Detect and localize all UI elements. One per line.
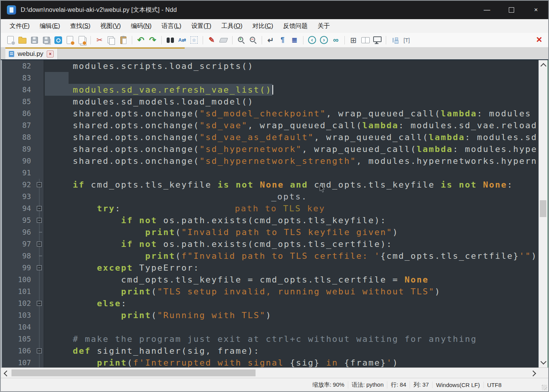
- highlight-pen-icon[interactable]: ✎: [206, 35, 218, 46]
- code-text[interactable]: shared.opts.onchange("sd_hypernetwork", …: [44, 143, 538, 155]
- code-token: , wrap_queued_call(: [302, 144, 416, 154]
- scroll-left-icon[interactable]: [4, 371, 10, 377]
- resize-grip[interactable]: [542, 385, 547, 390]
- indent-guide-icon[interactable]: ≣: [288, 35, 300, 46]
- split-window-icon[interactable]: ⊞: [347, 35, 359, 46]
- code-text[interactable]: except TypeError:: [44, 262, 538, 274]
- capture-icon[interactable]: [52, 35, 64, 46]
- zoom-out-icon[interactable]: −: [247, 35, 259, 46]
- code-text[interactable]: shared.opts.onchange("sd_model_checkpoin…: [44, 108, 538, 119]
- save-all-icon[interactable]: [40, 35, 52, 46]
- code-token: (: [175, 227, 182, 237]
- show-symbol-icon[interactable]: ¶: [277, 35, 288, 46]
- code-text[interactable]: print("TLS setup invalid, running webui …: [44, 286, 538, 297]
- document-map-icon[interactable]: [359, 35, 371, 46]
- code-text[interactable]: if cmd_opts.tls_keyfile is not None and …: [44, 179, 538, 191]
- fold-toggle-icon[interactable]: −: [37, 265, 42, 270]
- vertical-scroll-thumb[interactable]: [540, 200, 546, 217]
- undo-icon[interactable]: ↶: [135, 35, 147, 46]
- eraser-icon[interactable]: [218, 35, 229, 46]
- scroll-up-icon[interactable]: [541, 63, 547, 69]
- code-text[interactable]: print("Invalid path to TLS keyfile given…: [44, 226, 538, 238]
- code-text[interactable]: modules.sd_models.load_model(): [44, 96, 538, 108]
- scroll-down-icon[interactable]: [541, 359, 547, 365]
- code-text[interactable]: shared.opts.onchange("sd_vae", wrap_queu…: [44, 119, 538, 131]
- fold-toggle-icon[interactable]: −: [37, 206, 42, 211]
- code-text[interactable]: print(f'Interrupted with signal {sig} in…: [44, 357, 538, 368]
- line-number: 96: [2, 226, 35, 238]
- menu-item-tools[interactable]: 工具(O): [216, 20, 247, 32]
- function-list-icon[interactable]: [389, 35, 401, 46]
- copy-icon[interactable]: [105, 35, 117, 46]
- code-text[interactable]: shared.opts.onchange("sd_hypernetwork_st…: [44, 155, 538, 167]
- nav-forward-icon[interactable]: ›: [318, 35, 330, 46]
- menu-item-about[interactable]: 关于: [313, 20, 335, 32]
- nav-back-icon[interactable]: ‹: [306, 35, 318, 46]
- open-folder-icon[interactable]: [16, 35, 28, 46]
- new-file-icon[interactable]: [5, 35, 16, 46]
- code-token: is: [441, 180, 453, 189]
- redo-icon[interactable]: ↷: [147, 35, 159, 46]
- code-text[interactable]: # make the program just exit at ctrl+c w…: [44, 333, 538, 345]
- vertical-scrollbar[interactable]: [538, 60, 548, 368]
- code-text[interactable]: def sigint_handler(sig, frame):: [44, 345, 538, 357]
- tab-webui-py[interactable]: webui.py ×: [5, 49, 58, 59]
- fold-column: [35, 357, 44, 368]
- code-text[interactable]: cmd_opts.tls_keyfile = cmd_opts.tls_cert…: [44, 274, 538, 286]
- menu-item-search[interactable]: 查找(S): [65, 20, 95, 32]
- close-button[interactable]: ×: [524, 1, 548, 19]
- tab-close-icon[interactable]: ×: [47, 51, 54, 57]
- find-in-files-icon[interactable]: ☆: [188, 35, 200, 46]
- toolbar: ✂↶↷A⇄☆✎+−↵¶≣‹›∞⊞[T]×: [1, 33, 548, 47]
- fold-column: [35, 131, 44, 143]
- minimize-button[interactable]: —: [475, 1, 499, 19]
- code-text[interactable]: modules.sd_vae.refresh_vae_list(): [44, 84, 538, 96]
- code-text[interactable]: if not os.path.exists(cmd_opts.tls_keyfi…: [44, 214, 538, 226]
- horizontal-scrollbar[interactable]: [1, 368, 548, 378]
- replace-icon[interactable]: A⇄: [176, 35, 188, 46]
- code-text[interactable]: if not os.path.exists(cmd_opts.tls_certf…: [44, 238, 538, 250]
- code-text[interactable]: [44, 72, 538, 84]
- fold-toggle-icon[interactable]: −: [37, 218, 42, 223]
- menu-item-compare[interactable]: 对比(C): [247, 20, 278, 32]
- menu-item-edit[interactable]: 编辑(E): [34, 20, 65, 32]
- code-text[interactable]: else:: [44, 297, 538, 309]
- cut-icon[interactable]: ✂: [93, 35, 105, 46]
- menu-item-language[interactable]: 语言(L): [157, 20, 187, 32]
- code-text[interactable]: _opts.: [44, 191, 538, 203]
- display-monitor-icon[interactable]: [371, 35, 383, 46]
- close-document-icon[interactable]: ×: [536, 34, 542, 45]
- menu-item-encoding[interactable]: 编码(N): [126, 20, 156, 32]
- code-text[interactable]: modules.scripts.load_scripts(): [44, 60, 538, 72]
- word-wrap-icon[interactable]: ↵: [265, 35, 277, 46]
- close-file-icon[interactable]: [76, 35, 88, 46]
- reload-file-icon[interactable]: [64, 35, 76, 46]
- text-mode-icon[interactable]: [T]: [401, 35, 413, 46]
- menu-item-settings[interactable]: 设置(T): [186, 20, 216, 32]
- fold-toggle-icon[interactable]: −: [37, 301, 42, 306]
- menu-item-file[interactable]: 文件(F): [5, 20, 34, 32]
- line-number: 97: [2, 238, 35, 250]
- fold-toggle-icon[interactable]: −: [37, 242, 42, 247]
- code-text[interactable]: print("Running with TLS"): [44, 309, 538, 321]
- zoom-in-icon[interactable]: +: [235, 35, 247, 46]
- code-text[interactable]: [44, 321, 538, 333]
- code-editor[interactable]: 82 modules.scripts.load_scripts()8384 mo…: [1, 60, 538, 368]
- paste-icon[interactable]: [117, 35, 129, 46]
- fold-toggle-icon[interactable]: −: [37, 348, 42, 353]
- scroll-right-icon[interactable]: [530, 371, 536, 377]
- code-token: shared.opts.onchange(: [49, 109, 200, 118]
- code-text[interactable]: print(f"Invalid path to TLS certfile: '{…: [44, 250, 538, 262]
- code-text[interactable]: [44, 167, 538, 179]
- menu-item-feedback[interactable]: 反馈问题: [278, 20, 313, 32]
- maximize-button[interactable]: [499, 1, 524, 19]
- code-text[interactable]: try:path to TLS key: [44, 203, 538, 214]
- horizontal-scroll-thumb[interactable]: [11, 369, 256, 376]
- code-text[interactable]: shared.opts.onchange("sd_vae_as_default"…: [44, 131, 538, 143]
- find-icon[interactable]: [164, 35, 176, 46]
- menu-item-view[interactable]: 视图(V): [95, 20, 126, 32]
- fold-toggle-icon[interactable]: −: [37, 182, 42, 187]
- compare-icon[interactable]: ∞: [330, 35, 342, 46]
- save-icon[interactable]: [28, 35, 40, 46]
- toolbar-separator: [232, 36, 233, 44]
